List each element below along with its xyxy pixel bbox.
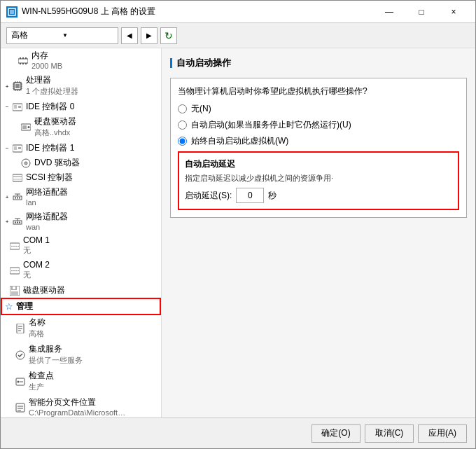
apply-button[interactable]: 应用(A): [418, 424, 467, 443]
svg-point-51: [11, 245, 13, 247]
delay-section: 自动启动延迟 指定启动延迟以减少虚拟机之间的资源争用· 启动延迟(S): 秒: [178, 151, 459, 210]
cancel-button[interactable]: 取消(C): [365, 424, 414, 443]
sidebar-item-dvd[interactable]: DVD 驱动器: [1, 156, 161, 170]
sidebar-item-ide1[interactable]: − IDE 控制器 1: [1, 141, 161, 156]
management-section-header[interactable]: ☆ 管理: [1, 298, 161, 315]
forward-button[interactable]: ▶: [141, 27, 158, 44]
name-icon: [15, 323, 26, 334]
close-button[interactable]: ×: [438, 1, 470, 23]
name-label: 名称: [29, 317, 46, 329]
svg-rect-30: [14, 146, 17, 150]
radio-always-label: 始终自动启动此虚拟机(W): [191, 135, 288, 147]
com2-label: COM 2: [23, 260, 50, 270]
sidebar-item-cpu[interactable]: + 处理器 1 个虚拟处理器: [1, 73, 161, 99]
svg-rect-28: [22, 125, 27, 129]
cpu-sublabel: 1 个虚拟处理器: [26, 86, 78, 98]
floppy-icon: [9, 285, 20, 296]
sidebar-item-name[interactable]: 名称 高格: [1, 315, 161, 342]
title-bar: WIN-NL595HG09U8 上 高格 的设置 — □ ×: [1, 1, 475, 23]
radio-none[interactable]: 无(N): [178, 103, 459, 115]
com1-sublabel: 无: [23, 245, 50, 257]
delay-input[interactable]: [236, 188, 264, 203]
net1-label: 网络适配器: [26, 186, 68, 198]
radio-ifrunning-input[interactable]: [178, 120, 187, 130]
com2-icon: [9, 265, 20, 277]
com2-item-content: COM 2 无: [23, 260, 50, 282]
sidebar-item-harddisk[interactable]: 硬盘驱动器 高格..vhdx: [1, 114, 161, 141]
sidebar-item-integration[interactable]: 集成服务 提供了一些服务: [1, 342, 161, 368]
com1-item-content: COM 1 无: [23, 235, 50, 257]
minimize-button[interactable]: —: [373, 1, 405, 23]
radio-always[interactable]: 始终自动启动此虚拟机(W): [178, 135, 459, 147]
sidebar-item-com2[interactable]: COM 2 无: [1, 258, 161, 283]
scsi-icon: [12, 172, 23, 184]
svg-rect-1: [10, 10, 14, 14]
svg-rect-10: [15, 84, 20, 88]
ide-icon: [12, 102, 23, 113]
radio-group: 无(N) 自动启动(如果当服务停止时它仍然运行)(U) 始终自动启动此虚拟机(W…: [178, 103, 459, 147]
refresh-button[interactable]: ↻: [160, 27, 177, 44]
window-controls: — □ ×: [373, 1, 470, 23]
svg-rect-35: [13, 174, 22, 181]
ide1-label: IDE 控制器 1: [26, 142, 74, 154]
svg-rect-5: [25, 57, 27, 59]
svg-rect-25: [18, 106, 21, 108]
smartpaging-icon: [15, 402, 26, 413]
svg-rect-2: [18, 59, 28, 63]
expand-icon-ide0: −: [4, 104, 10, 111]
sidebar-item-net1[interactable]: + 网络适配器 lan: [1, 185, 161, 209]
window-title: WIN-NL595HG09U8 上 高格 的设置: [22, 6, 373, 18]
svg-point-27: [28, 126, 30, 128]
net2-sublabel: wan: [26, 223, 68, 233]
com1-label: COM 1: [23, 235, 50, 245]
sidebar-item-scsi[interactable]: + SCSI 控制器: [1, 170, 161, 185]
svg-rect-6: [20, 63, 21, 64]
expand-icon-net1: +: [4, 194, 10, 201]
integration-label: 集成服务: [29, 343, 83, 355]
svg-rect-46: [17, 221, 18, 223]
sidebar-item-smartpaging[interactable]: 智能分页文件位置 C:\ProgramData\Microsoft\Win...: [1, 395, 161, 417]
disk-icon: [20, 122, 31, 133]
delay-title: 自动启动延迟: [185, 158, 452, 170]
sidebar-item-com1[interactable]: COM 1 无: [1, 234, 161, 258]
sidebar-item-checkpoint[interactable]: 检查点 生产: [1, 368, 161, 395]
harddisk-sublabel: 高格..vhdx: [34, 127, 76, 139]
window-icon: [6, 6, 18, 18]
svg-point-53: [15, 245, 17, 247]
sidebar-item-floppy[interactable]: 磁盘驱动器: [1, 283, 161, 298]
sidebar-item-memory[interactable]: 内存 2000 MB: [1, 48, 161, 73]
net2-item-content: 网络适配器 wan: [26, 211, 68, 233]
smartpaging-item-content: 智能分页文件位置 C:\ProgramData\Microsoft\Win...: [29, 396, 127, 417]
panel-title: 自动启动操作: [170, 57, 467, 69]
vm-selector[interactable]: 高格 ▼: [6, 27, 118, 44]
cpu-item-content: 处理器 1 个虚拟处理器: [26, 74, 78, 98]
management-label: 管理: [16, 301, 33, 312]
scsi-label: SCSI 控制器: [26, 172, 73, 184]
dvd-label: DVD 驱动器: [34, 157, 80, 169]
svg-point-54: [18, 245, 19, 247]
ok-button[interactable]: 确定(O): [312, 424, 360, 443]
net2-icon: [12, 216, 23, 228]
right-panel: 自动启动操作 当物理计算机启动时你希望此虚拟机执行哪些操作? 无(N) 自动启动…: [162, 48, 475, 417]
svg-point-59: [18, 270, 19, 271]
maximize-button[interactable]: □: [405, 1, 438, 23]
svg-rect-4: [22, 57, 24, 59]
sidebar-item-ide0[interactable]: − IDE 控制器 0: [1, 99, 161, 114]
expand-icon-cpu: +: [4, 83, 10, 90]
autostart-section: 当物理计算机启动时你希望此虚拟机执行哪些操作? 无(N) 自动启动(如果当服务停…: [170, 78, 467, 218]
smartpaging-sublabel: C:\ProgramData\Microsoft\Win...: [29, 408, 127, 417]
ide1-icon: [12, 143, 23, 154]
cpu-label: 处理器: [26, 74, 78, 86]
radio-always-input[interactable]: [178, 137, 187, 146]
svg-rect-45: [15, 221, 16, 223]
vm-selector-value: 高格: [11, 29, 62, 41]
radio-ifrunning[interactable]: 自动启动(如果当服务停止时它仍然运行)(U): [178, 119, 459, 131]
smartpaging-label: 智能分页文件位置: [29, 396, 127, 408]
sidebar-item-net2[interactable]: + 网络适配器 wan: [1, 209, 161, 234]
net1-item-content: 网络适配器 lan: [26, 186, 68, 208]
back-button[interactable]: ◀: [121, 27, 138, 44]
name-sublabel: 高格: [29, 329, 46, 340]
radio-none-input[interactable]: [178, 104, 187, 113]
harddisk-item-content: 硬盘驱动器 高格..vhdx: [34, 116, 76, 139]
com1-icon: [9, 241, 20, 252]
